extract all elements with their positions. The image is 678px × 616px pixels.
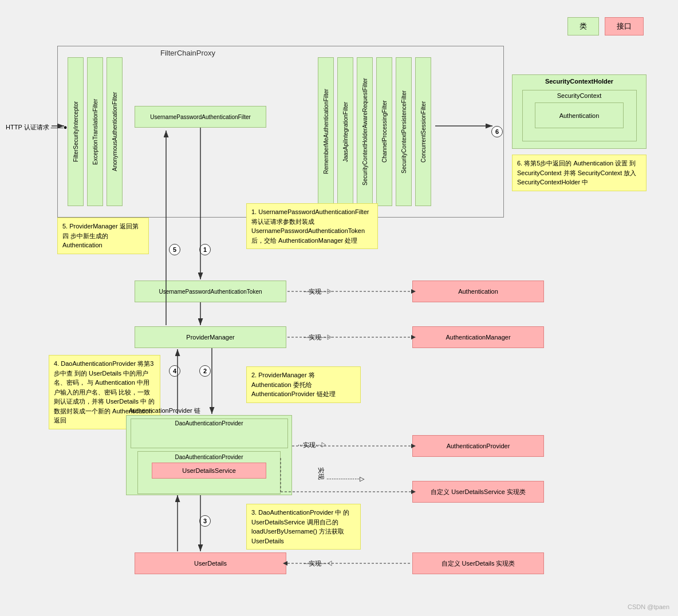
sc-box: SecurityContext Authentication bbox=[522, 90, 637, 141]
shixian-label-1: ···实现···▷ bbox=[303, 287, 333, 296]
note5: 5. ProviderManager 返回第四 步中新生成的 Authentic… bbox=[57, 218, 149, 254]
legend-interface: 接口 bbox=[605, 17, 644, 35]
step-4-circle: 4 bbox=[169, 365, 180, 377]
fcp-outer-box bbox=[57, 46, 504, 218]
auth-inner-label: Authentication bbox=[559, 112, 600, 119]
diagram-container: 类 接口 FilterChainProxy HTTP 认证请求 ——● Filt… bbox=[0, 0, 678, 616]
sch-box: SecurityContextHolder SecurityContext Au… bbox=[512, 74, 647, 149]
dao-ap-label-outer: DaoAuthenticationProvider bbox=[131, 419, 287, 428]
anonymous-auth-filter: AnonymousAuthenticationFilter bbox=[107, 57, 123, 206]
shixian-label-6: ···实现···◁ bbox=[303, 559, 333, 568]
watermark: CSDN @tpaen bbox=[628, 603, 669, 610]
exception-translation-filter: ExceptionTranslationFilter bbox=[87, 57, 103, 206]
shixian-label-5: ···················▷ bbox=[326, 475, 364, 483]
dao-ap-outer: DaoAuthenticationProvider bbox=[131, 418, 288, 448]
upaf-box: UsernamePasswordAuthenticationFilter bbox=[135, 106, 266, 128]
note3: 3. DaoAuthenticationProvider 中 的 UserDet… bbox=[246, 504, 361, 550]
note6: 6. 将第5步中返回的 Authentication 设置 到 Security… bbox=[512, 155, 647, 191]
custom-uds-box: 自定义 UserDetailsService 实现类 bbox=[412, 481, 544, 503]
concurrent-session-filter: ConcurrentSessionFilter bbox=[415, 57, 431, 206]
sch-aware-filter: SecurityContextHolderAwareRequestFilter bbox=[357, 57, 373, 206]
sc-title: SecurityContext bbox=[523, 90, 636, 101]
dao-ap-label: DaoAuthenticationProvider bbox=[140, 454, 278, 460]
sch-title: SecurityContextHolder bbox=[513, 75, 646, 88]
channel-processing-filter: ChannelProcessingFilter bbox=[376, 57, 392, 206]
provider-manager-box: ProviderManager bbox=[135, 326, 286, 348]
ap-chain-box: DaoAuthenticationProvider DaoAuthenticat… bbox=[126, 415, 292, 495]
note1: 1. UsernamePasswordAuthenticationFilter … bbox=[246, 203, 378, 249]
jaas-filter: JaasApiIntegrationFilter bbox=[337, 57, 353, 206]
ap-interface-box: AuthenticationProvider bbox=[412, 435, 544, 457]
sc-persistence-filter: SecurityContextPersistenceFilter bbox=[396, 57, 412, 206]
ap-chain-label: AuthenticationProvider 链 bbox=[129, 406, 200, 415]
http-label: HTTP 认证请求 ——● bbox=[6, 123, 67, 132]
auth-manager-interface-box: AuthenticationManager bbox=[412, 326, 544, 348]
note2: 2. ProviderManager 将 Authentication 委托给 … bbox=[246, 366, 361, 403]
step-1-circle: 1 bbox=[199, 244, 211, 255]
step-3-circle: 3 bbox=[199, 515, 211, 527]
legend-class: 类 bbox=[567, 17, 599, 35]
dao-ap-inner: DaoAuthenticationProvider UserDetailsSer… bbox=[137, 451, 281, 494]
filter-security-interceptor: FilterSecurityInterceptor bbox=[68, 57, 84, 206]
shixian-label-3: ···实现···▷ bbox=[298, 441, 327, 449]
legend: 类 接口 bbox=[567, 17, 644, 35]
authentication-interface-box: Authentication bbox=[412, 281, 544, 302]
uds-box: UserDetailsService bbox=[152, 463, 266, 479]
custom-ud-box: 自定义 UserDetails 实现类 bbox=[412, 552, 544, 574]
auth-inner-box: Authentication bbox=[535, 102, 624, 128]
upat-box: UsernamePasswordAuthenticationToken bbox=[135, 281, 286, 302]
fcp-label: FilterChainProxy bbox=[160, 49, 215, 57]
user-details-box: UserDetails bbox=[135, 552, 286, 574]
remember-me-filter: RememberMeAuthenticationFilter bbox=[318, 57, 334, 206]
shixian-label-4: 实现 bbox=[317, 467, 325, 480]
step-2-circle: 2 bbox=[199, 365, 211, 377]
step-6-circle: 6 bbox=[491, 126, 503, 137]
shixian-label-2: ···实现···▷ bbox=[303, 333, 333, 342]
step-5-circle: 5 bbox=[169, 244, 180, 255]
